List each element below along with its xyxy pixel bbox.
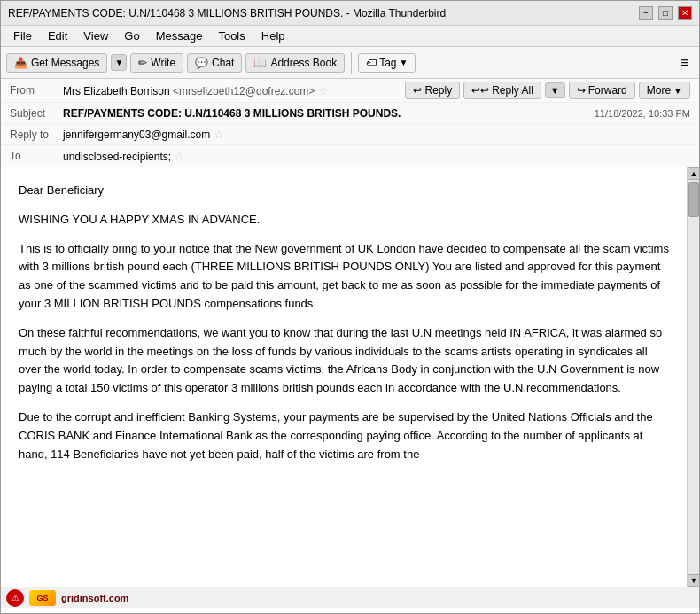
write-button[interactable]: ✏ Write — [130, 53, 183, 73]
toolbar: 📥 Get Messages ▼ ✏ Write 💬 Chat 📖 Addres… — [1, 47, 699, 79]
get-messages-icon: 📥 — [14, 57, 27, 69]
reply-all-icon: ↩↩ — [471, 84, 489, 97]
toolbar-separator — [351, 52, 352, 74]
maximize-button[interactable]: □ — [658, 6, 673, 20]
more-dropdown-icon: ▼ — [673, 86, 682, 96]
menu-tools[interactable]: Tools — [211, 27, 252, 44]
email-timestamp: 11/18/2022, 10:33 PM — [595, 108, 690, 119]
from-star-icon[interactable]: ☆ — [318, 84, 329, 97]
title-bar: REF/PAYMENTS CODE: U.N/110468 3 MILLIONS… — [1, 1, 699, 26]
to-recipients: undisclosed-recipients; — [63, 151, 171, 163]
watermark-area: GS gridinsoft.com — [29, 590, 128, 606]
tag-icon: 🏷 — [366, 57, 377, 69]
get-messages-button[interactable]: 📥 Get Messages — [6, 53, 107, 73]
write-icon: ✏ — [138, 57, 147, 69]
get-messages-dropdown[interactable]: ▼ — [111, 54, 127, 71]
subject-label: Subject — [10, 107, 63, 120]
watermark-logo: GS — [29, 590, 56, 606]
tag-dropdown-arrow: ▼ — [400, 58, 408, 67]
write-label: Write — [151, 57, 175, 69]
tag-button[interactable]: 🏷 Tag ▼ — [358, 53, 416, 73]
scroll-up-arrow[interactable]: ▲ — [688, 167, 699, 180]
email-body[interactable]: Dear Beneficiary WISHING YOU A HAPPY XMA… — [1, 167, 687, 587]
menu-message[interactable]: Message — [149, 27, 210, 44]
menu-bar: File Edit View Go Message Tools Help — [1, 26, 699, 47]
from-label: From — [10, 84, 63, 97]
toolbar-menu-icon[interactable]: ≡ — [675, 52, 694, 74]
reply-to-email: jennifergermany03@gmail.com — [63, 128, 210, 141]
scroll-down-arrow[interactable]: ▼ — [688, 574, 699, 587]
scrollbar-space — [688, 219, 699, 574]
email-para-5: Due to the corrupt and inefficient Banki… — [19, 408, 669, 463]
email-para-3: This is to officially bring to your noti… — [19, 240, 669, 314]
from-name: Mrs Elizabeth Borrison — [63, 85, 170, 97]
scrollbar-thumb[interactable] — [688, 182, 699, 217]
watermark-logo-text: GS — [36, 594, 48, 602]
reply-all-dropdown[interactable]: ▼ — [545, 82, 565, 98]
minimize-button[interactable]: − — [639, 6, 653, 20]
reply-to-star-icon[interactable]: ☆ — [214, 128, 224, 141]
to-star-icon[interactable]: ☆ — [174, 150, 184, 163]
to-label: To — [10, 150, 63, 162]
from-row: From Mrs Elizabeth Borrison <mrselizbeth… — [1, 79, 699, 103]
reply-button[interactable]: ↩ Reply — [405, 82, 460, 99]
menu-help[interactable]: Help — [254, 27, 292, 44]
reply-all-button[interactable]: ↩↩ Reply All — [463, 82, 541, 99]
reply-to-row: Reply to jennifergermany03@gmail.com ☆ — [1, 124, 699, 145]
email-para-2: WISHING YOU A HAPPY XMAS IN ADVANCE. — [19, 211, 669, 229]
reply-all-label: Reply All — [492, 84, 533, 97]
subject-row: Subject REF/PAYMENTS CODE: U.N/110468 3 … — [1, 103, 699, 124]
status-warning-icon: ⚠ — [6, 589, 24, 607]
watermark-text: gridinsoft.com — [61, 593, 128, 603]
address-book-label: Address Book — [270, 57, 337, 69]
reply-to-value: jennifergermany03@gmail.com ☆ — [63, 128, 690, 141]
menu-file[interactable]: File — [6, 27, 39, 44]
reply-icon: ↩ — [413, 84, 422, 97]
more-label: More — [647, 84, 671, 97]
more-button[interactable]: More ▼ — [639, 82, 690, 99]
subject-value: REF/PAYMENTS CODE: U.N/110468 3 MILLIONS… — [63, 107, 401, 120]
email-body-container: Dear Beneficiary WISHING YOU A HAPPY XMA… — [1, 167, 699, 587]
forward-button[interactable]: ↪ Forward — [569, 82, 635, 99]
reply-label: Reply — [424, 84, 452, 97]
window-title: REF/PAYMENTS CODE: U.N/110468 3 MILLIONS… — [8, 7, 639, 19]
address-book-icon: 📖 — [253, 57, 267, 69]
menu-edit[interactable]: Edit — [41, 27, 74, 44]
menu-view[interactable]: View — [76, 27, 115, 44]
from-value: Mrs Elizabeth Borrison <mrselizbeth12@do… — [63, 84, 405, 97]
reply-to-label: Reply to — [10, 128, 63, 141]
from-email: <mrselizbeth12@dofrez.com> — [173, 85, 315, 97]
address-book-button[interactable]: 📖 Address Book — [245, 53, 345, 73]
forward-icon: ↪ — [577, 84, 586, 97]
forward-label: Forward — [588, 84, 627, 97]
email-para-1: Dear Beneficiary — [19, 182, 669, 200]
scrollbar-track[interactable]: ▲ ▼ — [687, 167, 699, 587]
get-messages-label: Get Messages — [31, 57, 99, 69]
menu-go[interactable]: Go — [117, 27, 146, 44]
status-icon-symbol: ⚠ — [12, 593, 19, 602]
window-controls: − □ ✕ — [639, 6, 692, 20]
tag-label: Tag — [379, 57, 396, 69]
email-action-buttons: ↩ Reply ↩↩ Reply All ▼ ↪ Forward More ▼ — [405, 82, 690, 99]
to-value: undisclosed-recipients; ☆ — [63, 150, 690, 163]
email-header: From Mrs Elizabeth Borrison <mrselizbeth… — [1, 79, 699, 167]
chat-button[interactable]: 💬 Chat — [187, 53, 242, 73]
chat-label: Chat — [212, 57, 234, 69]
to-row: To undisclosed-recipients; ☆ — [1, 145, 699, 167]
chat-icon: 💬 — [195, 57, 208, 69]
email-para-4: On these faithful recommendations, we wa… — [19, 324, 669, 398]
close-button[interactable]: ✕ — [678, 6, 692, 20]
status-bar: ⚠ GS gridinsoft.com — [1, 587, 699, 608]
